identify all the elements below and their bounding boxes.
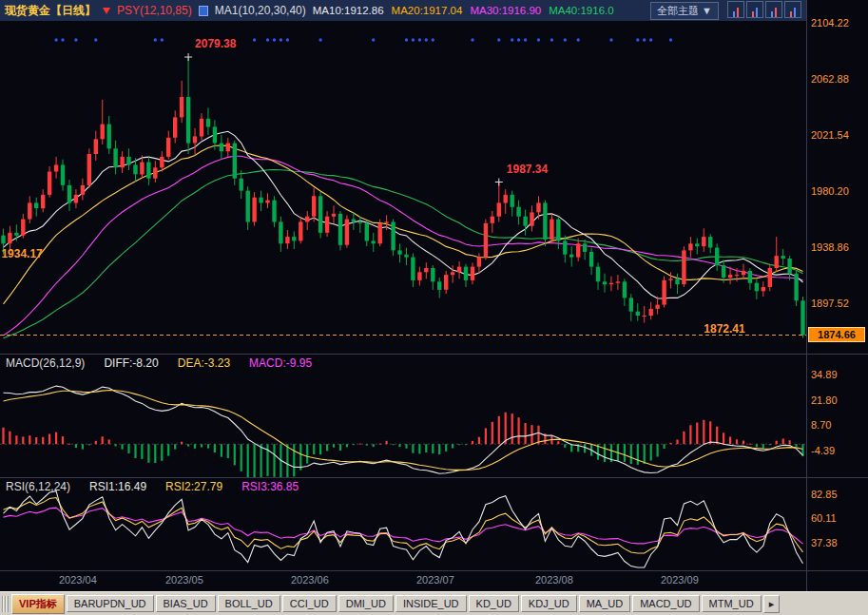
rsi-axis-label: 37.38 [811,537,838,548]
tab-barupdn_ud[interactable]: BARUPDN_UD [67,595,154,612]
svg-text:1872.41: 1872.41 [704,322,745,336]
ma-value-label: MA10:1912.86 [313,5,384,16]
price-axis-label: 1980.20 [811,185,849,197]
mini-chart-icon-d[interactable] [784,1,801,18]
current-price-box: 1874.66 [808,327,865,342]
trading-app-window: 现货黄金【日线】 PSY(12,10,85) MA1(10,20,30,40) … [0,0,868,615]
rsi-axis-label: 82.85 [811,489,838,500]
time-axis-label: 2023/09 [661,574,699,586]
value-axis-column: 2104.222062.882021.541980.201938.861897.… [807,0,868,591]
macd-axis-label: 21.80 [811,394,838,406]
mini-chart-icon-a[interactable] [727,1,744,18]
svg-text:2079.38: 2079.38 [195,37,237,50]
macd-axis-label: 8.70 [811,419,831,431]
price-axis-label: 2062.88 [811,73,849,85]
tab-vip-[interactable]: VIP指标 [11,594,65,614]
macd-axis-label: -4.39 [811,445,835,456]
time-axis-label: 2023/07 [416,574,454,586]
chevron-down-icon: ▼ [702,5,712,16]
ma-value-label: MA40:1916.0 [549,5,613,16]
time-axis-label: 2023/04 [59,574,97,586]
symbol-title: 现货黄金【日线】 [5,3,96,19]
ma-value-label: MA30:1916.90 [470,5,541,16]
tab-cci_ud[interactable]: CCI_UD [282,595,337,612]
tab-macd_ud[interactable]: MACD_UD [632,595,699,612]
macd-axis-label: 34.89 [811,369,838,380]
price-axis-label: 1897.52 [811,298,849,309]
tab-mtm_ud[interactable]: MTM_UD [702,595,762,612]
tab-kdj_ud[interactable]: KDJ_UD [521,595,577,612]
mini-chart-icon-b[interactable] [746,1,763,18]
axis-separator [806,0,807,591]
rsi-chart[interactable] [0,478,806,570]
tab-scroll-right-button[interactable]: ▸ [763,595,781,613]
price-axis-label: 1938.86 [811,241,849,253]
time-axis-label: 2023/08 [535,574,573,586]
panel-separator [0,570,868,571]
ma-values-row: MA10:1912.86MA20:1917.04MA30:1916.90MA40… [313,4,622,17]
svg-text:1987.34: 1987.34 [507,163,549,176]
tab-dmi_ud[interactable]: DMI_UD [338,595,394,612]
theme-dropdown-button[interactable]: 全部主题 ▼ [650,2,719,20]
price-candlestick-chart[interactable]: 2079.381987.341934.171872.41 [0,21,806,354]
tab-inside_ud[interactable]: INSIDE_UD [395,595,467,612]
rsi-axis-label: 60.11 [811,512,837,524]
psy-indicator-label: PSY(12,10,85) [117,4,192,17]
time-axis-label: 2023/06 [291,574,329,586]
chart-header-bar: 现货黄金【日线】 PSY(12,10,85) MA1(10,20,30,40) … [0,0,806,21]
ma-group-label: MA1(10,20,30,40) [215,4,306,17]
price-axis-label: 2021.54 [811,129,849,141]
panel-separator [0,477,868,478]
tab-ma_ud[interactable]: MA_UD [579,595,631,612]
toolbar-icon-group [725,1,801,20]
panel-separator [0,354,868,355]
flag-icon [199,6,208,16]
price-axis-label: 2104.22 [811,17,849,29]
mini-chart-icon-c[interactable] [765,1,782,18]
down-arrow-icon [103,8,110,14]
svg-text:1934.17: 1934.17 [1,247,43,260]
ma-value-label: MA20:1917.04 [392,5,463,16]
tabbar-grip[interactable] [2,596,9,612]
tab-boll_ud[interactable]: BOLL_UD [218,595,280,612]
time-axis-label: 2023/05 [165,574,203,586]
theme-dropdown-label: 全部主题 [657,5,699,16]
macd-chart[interactable] [0,355,806,477]
indicator-tab-bar: VIP指标BARUPDN_UDBIAS_UDBOLL_UDCCI_UDDMI_U… [0,591,868,615]
time-axis: 2023/042023/052023/062023/072023/082023/… [0,571,806,590]
tab-bias_ud[interactable]: BIAS_UD [156,595,216,612]
tab-kd_ud[interactable]: KD_UD [469,595,519,612]
